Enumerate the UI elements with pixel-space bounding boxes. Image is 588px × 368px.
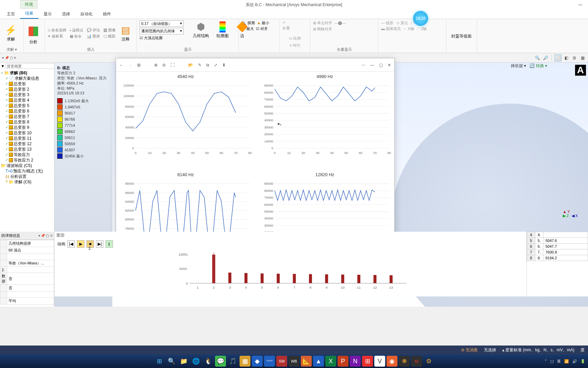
ppt-icon[interactable]: P: [338, 356, 348, 367]
cw-min-icon[interactable]: —: [370, 63, 374, 67]
search-icon[interactable]: 🔍: [166, 356, 177, 367]
copy-icon[interactable]: ⧉: [206, 63, 209, 67]
solve-button[interactable]: ⚡求解: [3, 24, 19, 43]
tree-deform-9[interactable]: ✓ 总变形 9: [1, 125, 53, 130]
zoomin-icon[interactable]: ⊕: [154, 63, 158, 67]
select-basis-label[interactable]: 择依据 ▾: [511, 63, 526, 69]
download-icon[interactable]: ⬇: [222, 63, 226, 67]
scale-combo[interactable]: 0.17 （自动缩放）▾: [140, 20, 184, 27]
fit-icon[interactable]: ⛶: [170, 63, 175, 67]
tree-root[interactable]: ✓📁 求解 (B6): [1, 70, 53, 76]
analyze-button[interactable]: 分析: [27, 26, 40, 46]
search-input[interactable]: [5, 63, 54, 69]
zoom-in-icon[interactable]: 🔍: [534, 55, 541, 61]
anim-last-icon[interactable]: ▶|: [96, 240, 103, 248]
settings-icon[interactable]: ⚙: [423, 356, 434, 367]
tree-deform-11[interactable]: ✓ 总变形 11: [1, 136, 53, 141]
explorer-icon[interactable]: 📁: [178, 356, 189, 367]
mode-bar-chart[interactable]: 128815000.012345678910111213: [61, 252, 520, 290]
tree-deform-12[interactable]: ✓ 总变形 12: [1, 141, 53, 147]
image-btn[interactable]: 🖼 图像: [103, 28, 116, 33]
tab-plugin[interactable]: 插件: [98, 10, 116, 19]
remote-pt-btn[interactable]: • 远程点: [70, 28, 83, 33]
env-tab[interactable]: 环境: [20, 0, 37, 9]
app7-icon[interactable]: ◉: [387, 356, 397, 367]
mech-icon[interactable]: M: [411, 356, 422, 367]
system-tray[interactable]: ˄ ▢ 英 📶 🔊 🔋: [545, 359, 585, 364]
music-icon[interactable]: 🎵: [227, 356, 238, 367]
matlab-icon[interactable]: 📐: [301, 356, 312, 367]
geom-button[interactable]: ⬢几何结构: [191, 20, 211, 40]
status-units[interactable]: ▴ 度量标准 (mm、kg、N、s、mV、mA): [502, 347, 574, 353]
chart-btn[interactable]: 📊 图表: [87, 34, 100, 39]
minimize-button[interactable]: —: [573, 0, 588, 10]
back-icon[interactable]: ←: [119, 63, 124, 67]
more-icon[interactable]: ⋯: [361, 63, 365, 67]
section-btn[interactable]: ▢ 截面: [103, 34, 116, 39]
zoomout-icon[interactable]: ⊖: [162, 63, 166, 67]
cube2-icon[interactable]: ⊞: [571, 55, 578, 61]
anim-mode-icon[interactable]: ⫿: [105, 240, 113, 248]
tree-anal-set[interactable]: ⫿⫿ 分析设置: [1, 174, 53, 179]
sound-icon[interactable]: 🔊: [572, 359, 577, 364]
tree-eqv1[interactable]: ✓ 等效应力: [1, 152, 53, 157]
edge-button[interactable]: 🔶边: [234, 20, 250, 40]
pin-icon[interactable]: ▾ 📌 ▢ ✕: [2, 56, 16, 60]
tab-result[interactable]: 结果: [20, 9, 38, 19]
app6-icon[interactable]: V: [374, 356, 385, 367]
cw-max-icon[interactable]: ▢: [379, 63, 383, 67]
big-vertex-check[interactable]: ☑ 大顶点轮廓: [140, 35, 163, 41]
tree-deform-6[interactable]: ✓ 总变形 6: [1, 108, 53, 114]
app1-icon[interactable]: ▦: [240, 356, 250, 367]
tray-app-icon[interactable]: ▢: [550, 359, 554, 364]
anim-play-icon[interactable]: ▶: [77, 240, 84, 248]
convert-button[interactable]: 🔄 转换 ▾: [529, 63, 547, 69]
ime-indicator[interactable]: 英: [557, 359, 561, 364]
excel-icon[interactable]: X: [325, 356, 336, 367]
scope-combo[interactable]: 通用范围内的几何体▾: [140, 28, 184, 34]
tree-deform-10[interactable]: ✓ 总变形 10: [1, 130, 53, 136]
chart-0[interactable]: 4540 Hz020000400006000080000100000120000…: [116, 72, 255, 170]
tree-deform-8[interactable]: ✓ 总变形 8: [1, 119, 53, 125]
note-button[interactable]: ▤注释: [119, 24, 132, 43]
sw-icon[interactable]: SW: [276, 356, 287, 367]
fwd-icon[interactable]: →: [128, 63, 132, 67]
expand-icon[interactable]: ⤢: [214, 63, 217, 67]
onenote-icon[interactable]: N: [350, 356, 361, 367]
tab-display[interactable]: 显示: [38, 10, 57, 19]
tree-deform-4[interactable]: ✓ 总变形 4: [1, 97, 53, 103]
coord-btn[interactable]: ✦ 坐标系: [48, 34, 66, 39]
app3-icon[interactable]: 〰: [264, 356, 275, 367]
cap-iso-button[interactable]: 封盖等值面: [449, 32, 474, 40]
vector-btn[interactable]: ➚: [282, 20, 285, 25]
cube3-icon[interactable]: ▦: [579, 55, 586, 61]
tree-solve-c6[interactable]: ?📁 求解 (C6): [1, 179, 53, 185]
command-btn[interactable]: ▦ 命令: [70, 34, 83, 39]
chart-1[interactable]: 4990 Hz010000200003000040000500006000070…: [255, 72, 394, 170]
wechat-icon[interactable]: 💬: [215, 356, 226, 367]
edge-icon[interactable]: 🌐: [191, 356, 201, 367]
tree-deform-7[interactable]: ✓ 总变形 7: [1, 114, 53, 119]
filter-icon[interactable]: ▼: [1, 64, 5, 68]
zoom-out-icon[interactable]: 🔎: [542, 55, 549, 61]
triad[interactable]: ▲ Y ▶ Z◀ X: [563, 210, 578, 218]
tab-select[interactable]: 选择: [57, 10, 75, 19]
tab-automation[interactable]: 自动化: [75, 10, 98, 19]
tab-home[interactable]: 主页: [2, 10, 20, 19]
tree-solve-info[interactable]: ✓📄 求解方案信息: [1, 76, 53, 81]
grid-icon[interactable]: ⊞: [137, 63, 141, 67]
comment-btn[interactable]: 💬 评论: [87, 28, 100, 33]
cw-close-icon[interactable]: ✕: [388, 63, 391, 67]
freq-table[interactable]: 44.55.5047.666.5047.777.7600.888.8184.2: [527, 232, 588, 261]
app5-icon[interactable]: ⊞: [362, 356, 373, 367]
tree-deform-1[interactable]: ✓ 总变形: [1, 81, 53, 87]
tree-prestress[interactable]: T=0 预应力/模态 (无): [1, 168, 53, 174]
start-icon[interactable]: ⊞: [154, 356, 165, 367]
named-sel-btn[interactable]: ◇ 命名选择: [48, 28, 66, 33]
qq-icon[interactable]: 🐧: [203, 356, 214, 367]
contour-button[interactable]: 轮廓图: [214, 21, 231, 40]
tree-eqv2[interactable]: ✓ 等效应力 2: [1, 157, 53, 163]
wifi-icon[interactable]: 📶: [564, 359, 569, 364]
cube1-icon[interactable]: ◧: [563, 55, 570, 61]
tree-deform-3[interactable]: ✓ 总变形 3: [1, 92, 53, 97]
